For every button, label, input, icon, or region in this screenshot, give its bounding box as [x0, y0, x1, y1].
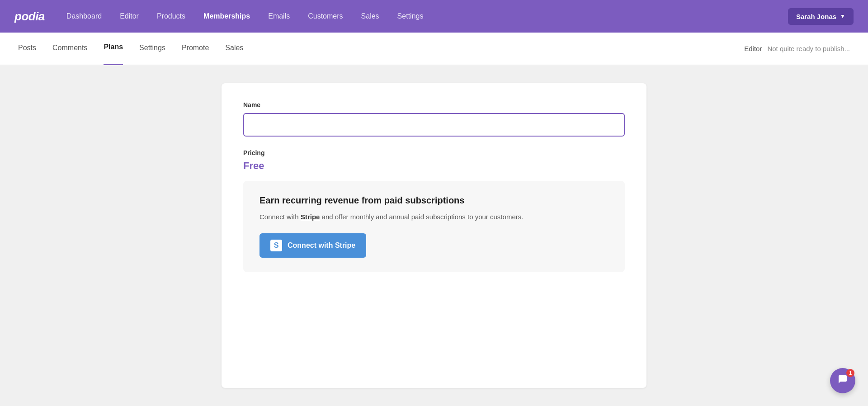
chat-bubble[interactable]: 1 — [830, 368, 855, 393]
nav-link-sales[interactable]: Sales — [361, 12, 379, 20]
nav-links: Dashboard Editor Products Memberships Em… — [66, 12, 788, 20]
tab-promote[interactable]: Promote — [182, 33, 209, 65]
not-ready-text: Not quite ready to publish... — [767, 45, 850, 52]
nav-link-customers[interactable]: Customers — [308, 12, 343, 20]
stripe-link[interactable]: Stripe — [301, 213, 320, 221]
main-content: Name Pricing Free Earn recurring revenue… — [0, 65, 868, 406]
chat-badge: 1 — [846, 369, 854, 377]
connect-stripe-label: Connect with Stripe — [288, 241, 355, 250]
app-logo[interactable]: podia — [14, 9, 45, 24]
tab-plans[interactable]: Plans — [104, 33, 123, 65]
stripe-desc-before: Connect with — [259, 213, 301, 221]
sub-nav-right: Editor Not quite ready to publish... — [744, 45, 850, 52]
editor-label[interactable]: Editor — [744, 45, 762, 52]
tab-comments[interactable]: Comments — [52, 33, 87, 65]
pricing-free-value: Free — [243, 160, 625, 172]
stripe-desc-after: and offer monthly and annual paid subscr… — [320, 213, 523, 221]
pricing-label: Pricing — [243, 149, 625, 156]
stripe-box: Earn recurring revenue from paid subscri… — [243, 181, 625, 272]
nav-link-settings[interactable]: Settings — [397, 12, 424, 20]
nav-link-emails[interactable]: Emails — [268, 12, 290, 20]
tab-sales[interactable]: Sales — [225, 33, 243, 65]
sub-nav-links: Posts Comments Plans Settings Promote Sa… — [18, 33, 744, 65]
stripe-s-icon: S — [270, 240, 282, 251]
chevron-down-icon: ▼ — [840, 13, 845, 19]
connect-stripe-button[interactable]: S Connect with Stripe — [259, 233, 366, 258]
name-input[interactable] — [243, 113, 625, 137]
plan-card: Name Pricing Free Earn recurring revenue… — [222, 83, 646, 388]
name-label: Name — [243, 101, 625, 109]
top-nav: podia Dashboard Editor Products Membersh… — [0, 0, 868, 33]
nav-link-dashboard[interactable]: Dashboard — [66, 12, 102, 20]
stripe-headline: Earn recurring revenue from paid subscri… — [259, 195, 609, 206]
nav-link-editor[interactable]: Editor — [120, 12, 139, 20]
user-name-label: Sarah Jonas — [796, 13, 836, 20]
nav-link-memberships[interactable]: Memberships — [203, 12, 250, 20]
pricing-section: Pricing Free Earn recurring revenue from… — [243, 149, 625, 272]
sub-nav: Posts Comments Plans Settings Promote Sa… — [0, 33, 868, 65]
user-menu-button[interactable]: Sarah Jonas ▼ — [788, 8, 854, 25]
tab-settings[interactable]: Settings — [139, 33, 165, 65]
tab-posts[interactable]: Posts — [18, 33, 36, 65]
nav-link-products[interactable]: Products — [157, 12, 185, 20]
chat-icon — [837, 374, 848, 387]
stripe-description: Connect with Stripe and offer monthly an… — [259, 212, 609, 222]
